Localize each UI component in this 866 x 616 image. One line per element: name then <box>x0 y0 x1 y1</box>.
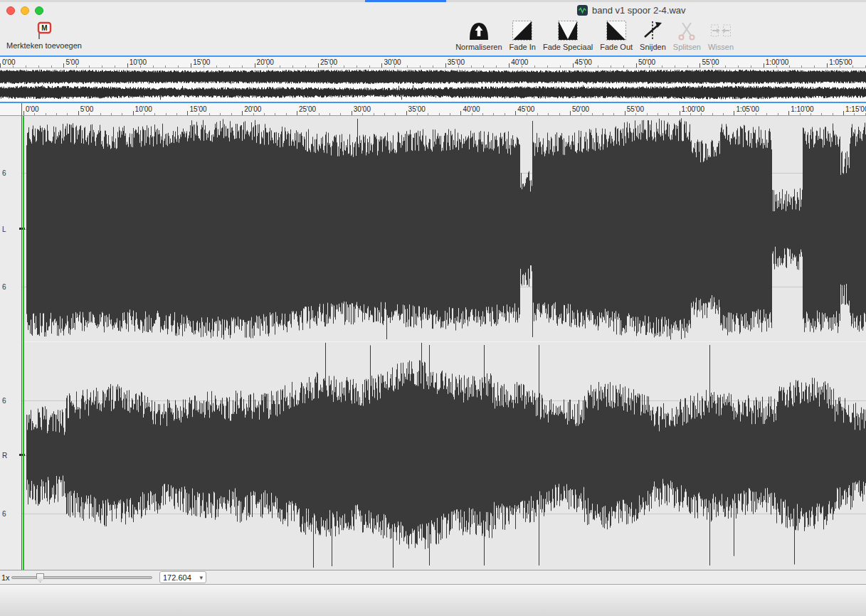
tick-label: 25'00 <box>320 58 337 66</box>
toolbar-actions: Normaliseren Fade In Fade Speciaal Fade … <box>455 21 734 51</box>
tick-label: 1:15'00 <box>845 105 866 113</box>
tick-minor <box>649 65 650 68</box>
tick-minor <box>176 113 177 115</box>
zoom-slider-track[interactable] <box>11 576 152 579</box>
tick-minor <box>280 65 280 68</box>
tick-minor <box>417 113 418 115</box>
tick-label: 30'00 <box>354 105 371 113</box>
zoom-strip: 1x 172.604 ▾ <box>0 570 866 584</box>
tick-minor <box>854 113 855 115</box>
tick-minor <box>34 113 35 115</box>
zoom-slider-thumb[interactable] <box>36 573 44 583</box>
zoom-value-dropdown[interactable]: 172.604 ▾ <box>159 571 206 583</box>
tick-minor <box>581 113 581 115</box>
tick-minor <box>833 113 833 115</box>
waveform-display[interactable] <box>22 116 866 570</box>
tick-minor <box>76 65 77 68</box>
tick-minor <box>407 65 408 68</box>
tick-label: 55'00 <box>627 105 644 113</box>
tick-label: 10'00 <box>135 105 152 113</box>
playhead-cursor[interactable] <box>23 116 24 570</box>
waveform-area: 6 L 6 6 R 6 <box>0 116 866 570</box>
tick-minor <box>789 65 790 68</box>
tick-minor <box>89 113 90 115</box>
tick-minor <box>26 65 26 68</box>
tick-minor <box>776 65 777 68</box>
tick-minor <box>209 113 210 115</box>
tick-major <box>788 111 789 115</box>
tick-minor <box>199 113 199 115</box>
tick-minor <box>51 65 52 68</box>
fade-in-icon <box>512 21 532 41</box>
tick-minor <box>668 113 669 115</box>
tick-minor <box>723 113 724 115</box>
tick-label: 0'00 <box>26 105 39 113</box>
tick-major <box>191 63 191 68</box>
tick-minor <box>140 65 141 68</box>
tick-minor <box>305 65 306 68</box>
tick-minor <box>450 113 450 115</box>
tick-label: 5'00 <box>80 105 94 113</box>
menubar-open-menu-highlight <box>365 0 446 2</box>
minimize-button[interactable] <box>21 6 29 15</box>
tick-minor <box>801 65 802 68</box>
tick-minor <box>166 113 167 115</box>
tick-minor <box>810 113 811 115</box>
channel-left-label: L <box>2 225 6 233</box>
tick-minor <box>483 65 484 68</box>
scale-label-right-top: 6 <box>2 397 6 405</box>
trim-button[interactable]: Snijden <box>640 21 666 51</box>
window-title: band v1 spoor 2-4.wav <box>592 5 686 16</box>
tick-minor <box>821 113 822 115</box>
tick-major <box>297 111 297 115</box>
tick-major <box>445 63 446 68</box>
fade-in-button[interactable]: Fade In <box>509 21 536 51</box>
tick-label: 45'00 <box>575 58 592 66</box>
tick-minor <box>384 113 385 115</box>
tick-minor <box>493 113 494 115</box>
tick-label: 40'00 <box>511 58 528 66</box>
tick-minor <box>613 113 614 115</box>
toolbar: M Merkteken toevoegen Normaliseren Fade … <box>0 19 866 55</box>
tick-label: 45'00 <box>517 105 534 113</box>
tick-major <box>78 111 79 115</box>
main-ruler[interactable]: 0'005'0010'0015'0020'0025'0030'0035'0040… <box>0 103 866 116</box>
tick-label: 15'00 <box>193 58 210 66</box>
tick-minor <box>102 65 102 68</box>
tick-minor <box>369 65 370 68</box>
fade-special-button[interactable]: Fade Speciaal <box>543 21 593 51</box>
tick-minor <box>560 65 561 68</box>
tick-label: 1:10'00 <box>791 105 814 113</box>
tick-minor <box>675 65 675 68</box>
tick-major <box>515 111 516 115</box>
overview-waveform[interactable] <box>0 68 866 102</box>
tick-major <box>381 63 382 68</box>
tick-major <box>133 111 134 115</box>
tick-minor <box>153 65 154 68</box>
tick-label: 40'00 <box>463 105 480 113</box>
tick-minor <box>766 113 767 115</box>
fade-out-button[interactable]: Fade Out <box>600 21 633 51</box>
tick-minor <box>662 65 662 68</box>
tick-minor <box>264 113 265 115</box>
tick-major <box>699 63 700 68</box>
tick-minor <box>598 65 598 68</box>
zoom-button[interactable] <box>35 6 43 15</box>
tick-minor <box>275 113 275 115</box>
tick-minor <box>165 65 166 68</box>
tick-minor <box>738 65 739 68</box>
tick-minor <box>635 113 636 115</box>
trim-icon <box>643 21 662 41</box>
split-icon <box>677 21 697 41</box>
split-button[interactable]: Splitsen <box>673 21 701 51</box>
erase-button[interactable]: Wissen <box>708 21 734 51</box>
add-marker-button[interactable]: M Merkteken toevoegen <box>3 21 85 50</box>
tick-minor <box>471 65 472 68</box>
tick-minor <box>428 113 428 115</box>
normalize-button[interactable]: Normaliseren <box>455 21 502 51</box>
close-button[interactable] <box>6 6 15 15</box>
overview-ruler[interactable]: 0'005'0010'0015'0020'0025'0030'0035'0040… <box>0 57 866 68</box>
tick-major <box>843 111 844 115</box>
tick-minor <box>701 113 702 115</box>
tick-minor <box>178 65 179 68</box>
